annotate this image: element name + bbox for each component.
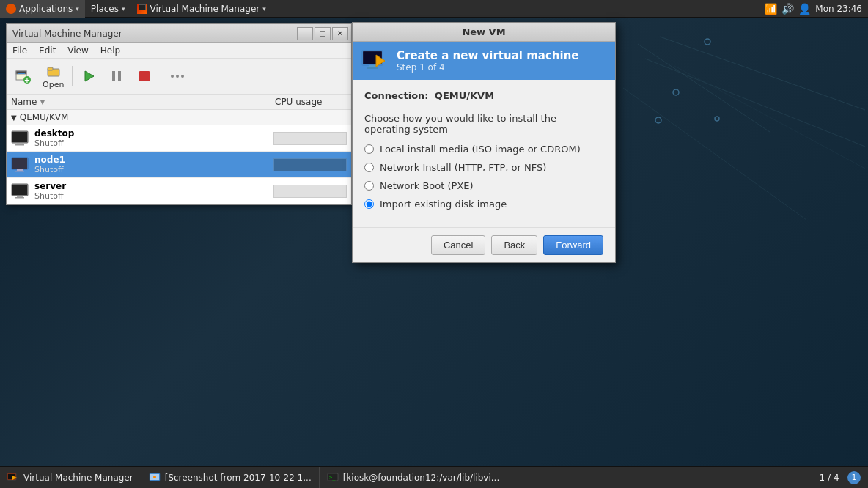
svg-point-6: [673, 89, 679, 95]
newvm-header-icon: [361, 48, 388, 74]
vm-status-server: Shutoff: [34, 191, 273, 201]
taskbar-vmm-icon: [7, 472, 19, 484]
connection-value: QEMU/KVM: [435, 90, 494, 101]
svg-line-4: [674, 66, 865, 169]
forward-button[interactable]: Forward: [543, 235, 603, 255]
vm-cpu-server: [273, 185, 347, 198]
pause-icon: [108, 68, 125, 84]
newvm-titlebar: New VM: [353, 23, 615, 42]
column-name[interactable]: Name ▼: [7, 95, 271, 109]
vmm-app-menu[interactable]: Virtual Machine Manager ▾: [131, 0, 272, 18]
applications-menu[interactable]: Applications ▾: [0, 0, 85, 18]
toolbar-separator-2: [161, 66, 161, 86]
install-option-local[interactable]: Local install media (ISO image or CDROM): [364, 144, 603, 155]
taskbar-terminal-icon: >_: [327, 472, 339, 484]
svg-rect-32: [12, 185, 27, 195]
menu-file[interactable]: File: [7, 44, 33, 57]
svg-text:>_: >_: [329, 475, 336, 481]
vmm-minimize-button[interactable]: —: [297, 27, 313, 40]
vm-info-server: server Shutoff: [34, 181, 273, 201]
vm-row-desktop[interactable]: desktop Shutoff: [7, 125, 351, 152]
vm-name-server: server: [34, 181, 273, 191]
app-menu-icon: [6, 4, 16, 14]
vm-icon-desktop: [11, 130, 29, 147]
label-import: Import existing disk image: [380, 199, 507, 210]
install-option-import[interactable]: Import existing disk image: [364, 199, 603, 210]
taskbar-page-indicator: 1 / 4 1: [820, 471, 868, 484]
stop-button[interactable]: [131, 66, 158, 86]
vm-name-desktop: desktop: [34, 128, 273, 138]
vmm-titlebar: Virtual Machine Manager — □ ✕: [7, 24, 351, 43]
svg-rect-29: [17, 169, 23, 171]
svg-rect-18: [118, 71, 121, 81]
menu-help[interactable]: Help: [95, 44, 126, 57]
vmm-app-label: Virtual Machine Manager: [150, 4, 260, 14]
cancel-button[interactable]: Cancel: [431, 235, 485, 255]
vmm-window-title: Virtual Machine Manager: [12, 29, 122, 39]
back-button[interactable]: Back: [491, 235, 537, 255]
radio-local[interactable]: [364, 144, 374, 154]
pause-button[interactable]: [103, 66, 130, 86]
stop-icon: [136, 68, 152, 84]
install-option-network[interactable]: Network Install (HTTP, FTP, or NFS): [364, 162, 603, 173]
label-pxe: Network Boot (PXE): [380, 180, 474, 191]
svg-rect-19: [139, 71, 150, 81]
vm-row-node1[interactable]: node1 Shutoff: [7, 152, 351, 178]
svg-rect-37: [369, 65, 376, 67]
radio-import[interactable]: [364, 199, 374, 209]
svg-rect-38: [367, 67, 378, 69]
column-cpu[interactable]: CPU usage: [271, 95, 351, 109]
taskbar-screenshot-label: [Screenshot from 2017-10-22 1...: [165, 473, 312, 483]
svg-marker-16: [85, 71, 94, 81]
radio-pxe[interactable]: [364, 181, 374, 191]
install-option-pxe[interactable]: Network Boot (PXE): [364, 180, 603, 191]
vmm-app-icon: [137, 4, 147, 14]
user-icon: 👤: [798, 3, 811, 15]
menu-view[interactable]: View: [62, 44, 94, 57]
places-menu-arrow: ▾: [122, 5, 125, 12]
svg-text:+: +: [24, 76, 30, 84]
svg-rect-34: [15, 197, 24, 199]
vm-info-desktop: desktop Shutoff: [34, 128, 273, 148]
open-button[interactable]: Open: [37, 61, 69, 92]
svg-line-1: [645, 59, 865, 147]
vm-name-node1: node1: [34, 155, 273, 165]
svg-rect-11: [18, 73, 25, 74]
run-button[interactable]: [76, 66, 102, 86]
menu-edit[interactable]: Edit: [33, 44, 62, 57]
column-sort-icon: ▼: [40, 98, 45, 106]
svg-rect-24: [12, 132, 27, 142]
taskbar-screenshot-item[interactable]: [Screenshot from 2017-10-22 1...: [141, 467, 320, 489]
vmm-toolbar: + Open: [7, 59, 351, 95]
more-button[interactable]: [164, 66, 191, 86]
volume-icon: 🔊: [781, 3, 794, 15]
vmm-group-qemu[interactable]: ▼ QEMU/KVM: [7, 110, 351, 125]
svg-point-45: [153, 476, 156, 478]
vmm-menubar: File Edit View Help: [7, 43, 351, 59]
group-expand-icon: ▼: [11, 114, 17, 122]
radio-network[interactable]: [364, 163, 374, 172]
newvm-header-title: Create a new virtual machine: [397, 49, 579, 62]
vmm-maximize-button[interactable]: □: [315, 27, 331, 40]
newvm-connection: Connection: QEMU/KVM: [364, 90, 603, 101]
vm-cpu-node1: [273, 158, 347, 171]
taskbar-terminal-label: [kiosk@foundation12:/var/lib/libvi...: [343, 473, 500, 483]
toolbar-separator-1: [72, 66, 73, 86]
label-local: Local install media (ISO image or CDROM): [380, 144, 581, 155]
group-name: QEMU/KVM: [20, 112, 69, 122]
vm-row-server[interactable]: server Shutoff: [7, 178, 351, 204]
svg-line-3: [638, 44, 770, 132]
open-label: Open: [43, 80, 64, 89]
places-menu[interactable]: Places ▾: [85, 0, 131, 18]
connection-label: Connection:: [364, 90, 429, 101]
taskbar-vmm-item[interactable]: Virtual Machine Manager: [0, 467, 141, 489]
new-vm-button[interactable]: +: [10, 66, 36, 86]
svg-point-20: [171, 75, 174, 78]
open-icon: [45, 63, 62, 79]
svg-rect-17: [112, 71, 115, 81]
app-menu-arrow: ▾: [76, 5, 79, 12]
vmm-close-button[interactable]: ✕: [332, 27, 348, 40]
taskbar-screenshot-icon: [149, 472, 161, 484]
taskbar-terminal-item[interactable]: >_ [kiosk@foundation12:/var/lib/libvi...: [320, 467, 508, 489]
newvm-header-step: Step 1 of 4: [397, 62, 579, 73]
